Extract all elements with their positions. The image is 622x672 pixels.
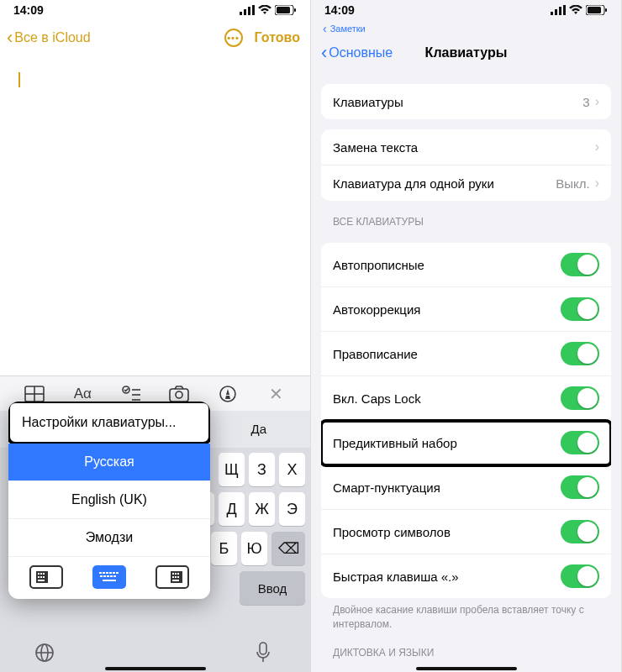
settings-back-button[interactable]: ‹ Основные [321,42,393,64]
svg-rect-33 [109,572,112,574]
back-label: Все в iCloud [14,30,90,45]
row-toggle-5[interactable]: Смарт-пунктуация [321,465,611,510]
chevron-right-icon: › [595,94,599,109]
prediction-right[interactable]: Да [208,418,310,440]
row-toggle-2[interactable]: Правописание [321,332,611,376]
svg-rect-47 [175,576,177,578]
row-label: Замена текста [333,140,418,155]
keyboard-option-emoji[interactable]: Эмодзи [8,519,210,557]
svg-rect-1 [244,9,246,15]
toggle-switch[interactable] [561,386,599,410]
svg-rect-34 [113,572,115,574]
enter-key[interactable]: Ввод [240,571,305,605]
svg-rect-48 [177,576,179,578]
chevron-right-icon: › [595,176,599,191]
home-indicator[interactable] [105,667,206,670]
row-keyboards[interactable]: Клавиатуры 3› [321,84,611,119]
row-toggle-4[interactable]: Предиктивный набор [321,421,611,465]
svg-rect-32 [106,572,108,574]
key-Д[interactable]: Д [219,492,245,526]
keyboard-dock-full-icon[interactable] [92,565,126,589]
keyboard-settings-item[interactable]: Настройки клавиатуры... [8,402,210,445]
row-label: Клавиатура для одной руки [333,176,494,191]
toggle-switch[interactable] [561,475,599,499]
svg-rect-36 [100,575,103,577]
chevron-left-icon: ‹ [323,22,327,35]
toggle-switch[interactable] [561,520,599,543]
svg-rect-2 [248,7,250,15]
keyboard-option-russian[interactable]: Русская [8,444,210,481]
key-З[interactable]: З [249,453,275,486]
note-body[interactable] [0,57,310,376]
row-value: 3 [582,95,589,109]
toggle-switch[interactable] [561,342,599,365]
battery-icon [586,5,608,15]
done-button[interactable]: Готово [255,30,300,45]
home-indicator[interactable] [416,667,517,670]
svg-rect-55 [588,7,601,13]
breadcrumb[interactable]: ‹ Заметки [311,20,621,37]
row-toggle-3[interactable]: Вкл. Caps Lock [321,376,611,421]
row-one-handed[interactable]: Клавиатура для одной руки Выкл.› [321,165,611,201]
row-label: Предиктивный набор [333,436,457,450]
close-toolbar-icon[interactable]: ✕ [265,383,287,405]
svg-rect-35 [116,572,119,574]
toggle-switch[interactable] [561,431,599,454]
toggle-switch[interactable] [561,564,599,588]
more-button[interactable]: ••• [224,29,243,47]
svg-rect-53 [563,5,566,15]
page-title: Клавиатуры [425,45,508,60]
key-Б[interactable]: Б [211,532,237,565]
group-all-keyboards: АвтопрописныеАвтокоррекцияПравописаниеВк… [321,243,611,598]
key-Ж[interactable]: Ж [249,492,275,526]
chevron-left-icon: ‹ [321,42,327,64]
keyboard-option-english[interactable]: English (UK) [8,481,210,519]
keyboard-layout-picker [8,557,210,599]
svg-rect-3 [252,5,255,15]
keyboard-dock-left-icon[interactable] [29,565,63,589]
key-Щ[interactable]: Щ [219,453,245,486]
row-toggle-7[interactable]: Быстрая клавиша «.» [321,554,611,598]
svg-rect-44 [175,573,177,575]
key-Э[interactable]: Э [279,492,305,526]
cellular-icon [240,5,255,15]
settings-scroll[interactable]: Клавиатуры 3› Замена текста › Клавиатура… [311,74,621,672]
footer-shortcut-note: Двойное касание клавиши пробела вставляе… [311,598,621,632]
svg-rect-31 [103,572,105,574]
chevron-left-icon: ‹ [7,27,13,49]
markup-icon[interactable] [217,383,239,405]
svg-rect-39 [110,575,113,577]
row-toggle-1[interactable]: Автокоррекция [321,287,611,332]
key-Х[interactable]: Х [279,453,305,486]
svg-rect-30 [99,572,102,574]
chevron-right-icon: › [595,139,599,155]
svg-rect-5 [277,7,290,13]
keyboard-dock-right-icon[interactable] [156,565,189,589]
row-toggle-6[interactable]: Просмотр символов [321,510,611,554]
row-label: Смарт-пунктуация [333,480,440,495]
svg-rect-0 [240,12,242,15]
group-text: Замена текста › Клавиатура для одной рук… [321,129,611,201]
svg-rect-27 [40,576,42,578]
svg-rect-6 [294,8,296,12]
toggle-switch[interactable] [561,297,599,321]
backspace-key[interactable]: ⌫ [271,532,305,565]
status-time: 14:09 [13,3,44,17]
cellular-icon [551,5,566,15]
row-toggle-0[interactable]: Автопрописные [321,243,611,287]
row-text-replacement[interactable]: Замена текста › [321,129,611,165]
notes-back-button[interactable]: ‹ Все в iCloud [7,27,91,49]
svg-rect-56 [605,8,607,12]
svg-rect-29 [38,580,45,581]
row-label: Просмотр символов [333,525,451,539]
key-Ю[interactable]: Ю [241,532,267,565]
mic-icon[interactable] [255,642,277,664]
status-indicators [551,5,608,15]
notes-app-screen: 14:09 ‹ Все в iCloud ••• Готово Aα [0,0,311,672]
row-label: Автопрописные [333,258,424,272]
svg-rect-45 [177,573,179,575]
toggle-switch[interactable] [561,253,599,276]
notes-navbar: ‹ Все в iCloud ••• Готово [0,20,310,57]
globe-icon[interactable] [34,642,55,664]
svg-rect-51 [555,9,557,15]
